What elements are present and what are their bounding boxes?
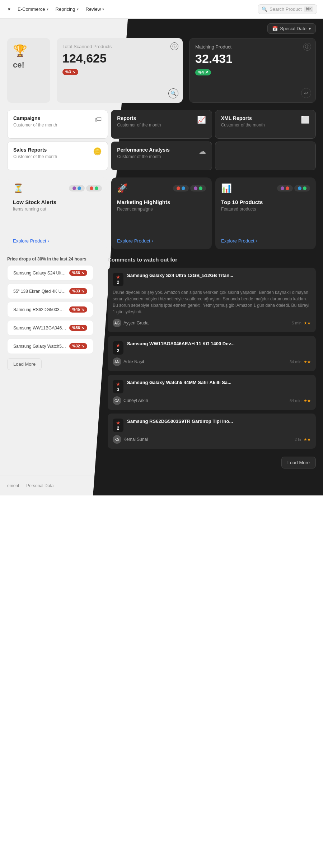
quick-link-sales-reports[interactable]: Sales Reports Customer of the month 🪙 [7,142,108,170]
search-shortcut: ⌘K [304,6,313,12]
scanned-badge: %3 ↘ [62,69,78,75]
tag-icon: 🏷 [95,115,102,124]
comment-author-1: AG Ayşen Gruda [113,319,149,327]
nav-repricing[interactable]: Repricing ▾ [53,5,81,13]
comment-meta-2: 34 min ★★ [290,360,311,364]
quick-link-xml-reports[interactable]: XML Reports Customer of the month ⬜ [215,110,316,139]
comment-author-2: AN Adile Naşit [113,357,144,366]
nav-dropdown-left[interactable]: ▾ [6,5,13,13]
quick-link-campaigns[interactable]: Campaigns Customer of the month 🏷 [7,110,108,139]
coins-icon: 🪙 [93,147,102,156]
left-item-5-badge: %32 ↘ [69,343,87,349]
marketing-title: Marketing Highlights [117,199,206,205]
top10-sub: Featured products [221,207,310,212]
back-bottom-icon[interactable]: ↩ [301,88,311,98]
left-item-3-badge: %45 ↘ [69,306,87,313]
feature-low-stock: ⏳ Low Stock Alerts [7,177,108,249]
quick-link-performance[interactable]: Performance Analysis Customer of the mon… [111,142,212,170]
search-bar[interactable]: 🔍 Search Product ⌘K [258,4,317,14]
low-stock-pill-2 [86,185,102,191]
feature-marketing: 🚀 Marketing Highlights [111,177,212,249]
xml-reports-title: XML Reports [221,115,298,121]
chart-icon: 📈 [197,115,206,124]
comment-badge-1: ★ 2 [113,273,123,286]
footer: ement Personal Data [0,476,323,495]
comment-item-3: ★ 3 Samsung Galaxy Watch5 44MM Safir Akı… [108,375,316,410]
comment-meta-3: 54 min ★★ [290,398,311,403]
nav-repricing-chevron: ▾ [77,7,79,11]
info-icon-scanned[interactable]: ⓘ [170,42,178,50]
rocket-icon: 🚀 [117,183,128,193]
scanned-value: 124,625 [62,51,177,65]
top10-pill-2 [294,185,310,191]
left-item-1-badge: %36 ↘ [69,270,87,276]
nav-ecommerce-chevron: ▾ [47,7,48,11]
campaigns-sub: Customer of the month [13,123,92,128]
marketing-explore[interactable]: Explore Product › [117,238,206,244]
matching-value: 32.431 [195,52,310,66]
low-stock-sub: Items running out [13,207,102,212]
top10-title: Top 10 Products [221,199,310,205]
top-navigation: ▾ E-Commerce ▾ Repricing ▾ Review ▾ 🔍 Se… [0,0,323,19]
search-icon: 🔍 [262,6,267,12]
barcode-icon: 📊 [221,183,232,193]
comment-product-4: Samsung RS62DG5003S9TR Gardırop Tipi Ino… [127,419,311,424]
left-item-1-name: Samsung Galaxy S24 Ultra 12GB_512GB Tita… [13,271,66,276]
info-icon-matching[interactable]: ⓘ [303,43,311,51]
date-label: Special Date [280,26,306,31]
reports-sub: Customer of the month [117,123,194,128]
date-chevron-icon: ▾ [309,26,311,31]
xml-icon: ⬜ [301,115,310,124]
quick-links-section: Campaigns Customer of the month 🏷 Report… [0,110,323,177]
scanned-label: Total Scanned Products [62,44,177,49]
comment-item-4: ★ 2 Samsung RS62DG5003S9TR Gardırop Tipi… [108,414,316,449]
left-price-item-2: 55" 138 Ekran Qled 4K UHD r10+ Dahili Uy… [7,283,93,299]
nav-review[interactable]: Review ▾ [84,5,107,13]
nav-dropdown-arrow: ▾ [8,6,10,12]
trophy-icon: 🏆 [13,44,45,57]
comment-badge-2: ★ 2 [113,341,123,355]
comment-badge-3: ★ 3 [113,380,123,393]
comment-product-2: Samsung WW11BGA046AEAH 11 KG 1400 Dev... [127,341,311,346]
campaigns-title: Campaigns [13,115,92,121]
footer-link-1[interactable]: ement [7,483,19,488]
comment-body-1: Ürüne diyecek bir şey yok. Amazon dan si… [113,289,311,315]
top10-explore[interactable]: Explore Product › [221,238,310,244]
comments-load-more-button[interactable]: Load More [281,457,316,468]
matching-label: Matching Product [195,44,310,50]
nav-repricing-label: Repricing [56,6,75,12]
left-item-3-name: Samsung RS62DG5003S9TR Gardırop Tipi Ino… [13,307,66,312]
search-bottom-icon[interactable]: 🔍 [168,88,178,98]
low-stock-explore[interactable]: Explore Product › [13,238,102,244]
comments-section: Comments to watch out for ★ 2 Samsung Ga… [100,257,323,476]
matching-badge: %4 ↗ [195,69,211,75]
author-avatar-3: CA [113,396,121,405]
quick-link-reports[interactable]: Reports Customer of the month 📈 [111,110,212,139]
left-price-item-5: Samsung Galaxy Watch5 44MM Safir Akıllı … [7,338,93,354]
top10-pill-1 [277,185,293,191]
comment-item-1: ★ 2 Samsung Galaxy S24 Ultra 12GB_512GB … [108,268,316,332]
sales-reports-sub: Customer of the month [13,154,90,159]
reports-title: Reports [117,115,194,121]
comment-author-4: KS Kemal Sunal [113,435,148,444]
nav-ecommerce[interactable]: E-Commerce ▾ [15,5,51,13]
author-avatar-4: KS [113,435,121,444]
left-load-more-button[interactable]: Load More [7,358,42,370]
left-price-title: Price drops of 30% in the last 24 hours [7,257,93,262]
footer-link-2[interactable]: Personal Data [26,483,53,488]
nav-review-label: Review [86,6,101,12]
xml-reports-sub: Customer of the month [221,123,298,128]
sales-reports-title: Sales Reports [13,147,90,153]
feature-cards-section: ⏳ Low Stock Alerts [0,177,323,257]
left-item-2-badge: %33 ↘ [69,288,87,294]
promo-text: ce! [13,60,45,70]
low-stock-title: Low Stock Alerts [13,199,102,205]
date-filter-button[interactable]: 📅 Special Date ▾ [267,23,316,34]
marketing-pill-1 [173,185,189,191]
performance-title: Performance Analysis [117,147,196,153]
low-stock-pill-1 [69,185,85,191]
left-item-5-name: Samsung Galaxy Watch5 44MM Safir Akıllı … [13,344,66,349]
cloud-icon: ☁ [199,147,206,156]
performance-sub: Customer of the month [117,154,196,159]
search-placeholder: Search Product [270,6,302,12]
